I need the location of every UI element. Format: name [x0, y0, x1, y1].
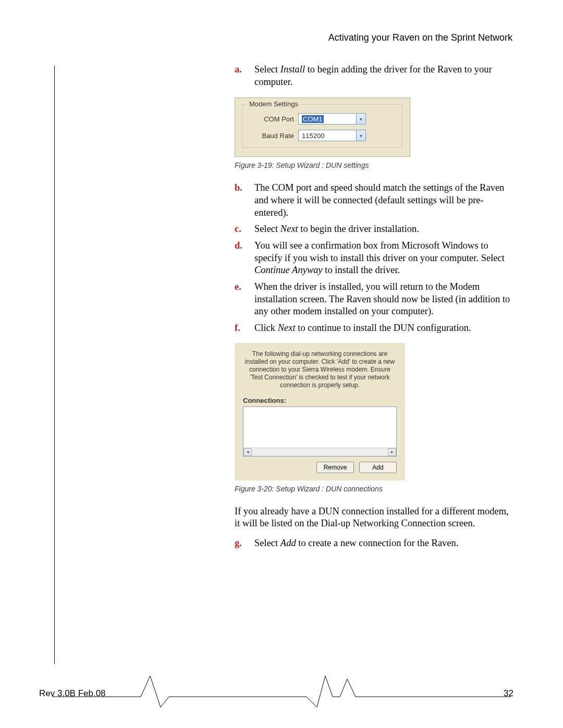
add-button[interactable]: Add — [359, 462, 397, 473]
com-port-select[interactable]: COM1 ▾ — [298, 113, 366, 125]
connections-list[interactable]: ◂ ▸ — [243, 406, 397, 456]
step-body: Click Next to continue to install the DU… — [254, 322, 515, 335]
emphasis: Next — [280, 224, 298, 234]
text: Select — [254, 538, 280, 548]
com-port-row: COM Port COM1 ▾ — [250, 113, 395, 125]
page-header: Activating your Raven on the Sprint Netw… — [328, 32, 512, 43]
connections-intro: The following dial-up networking connect… — [243, 350, 397, 389]
step-f: f. Click Next to continue to install the… — [235, 322, 515, 335]
step-c: c. Select Next to begin the driver insta… — [235, 223, 515, 236]
com-port-label: COM Port — [250, 115, 294, 123]
baud-rate-value: 115200 — [302, 132, 324, 140]
step-marker: d. — [235, 240, 254, 277]
step-a: a. Select Install to begin adding the dr… — [235, 64, 515, 88]
emphasis: Add — [280, 538, 296, 548]
page: Activating your Raven on the Sprint Netw… — [0, 0, 563, 728]
remove-button[interactable]: Remove — [316, 462, 354, 473]
baud-rate-label: Baud Rate — [250, 132, 294, 140]
main-content: a. Select Install to begin adding the dr… — [235, 64, 515, 554]
emphasis: Install — [280, 64, 305, 75]
step-marker: c. — [235, 223, 254, 236]
text: You will see a confirmation box from Mic… — [254, 240, 505, 263]
com-port-value: COM1 — [302, 115, 324, 123]
scroll-right-icon[interactable]: ▸ — [388, 448, 396, 456]
footer-decoration — [52, 673, 511, 708]
baud-rate-row: Baud Rate 115200 ▾ — [250, 130, 395, 141]
figure-dun-connections: The following dial-up networking connect… — [235, 343, 405, 480]
emphasis: Next — [278, 323, 296, 333]
step-body: When the driver is installed, you will r… — [254, 281, 515, 318]
step-g: g. Select Add to create a new connection… — [235, 537, 515, 550]
text: Select — [254, 224, 280, 234]
modem-settings-group: Modem Settings COM Port COM1 ▾ Baud Rate… — [242, 104, 402, 148]
step-marker: g. — [235, 537, 254, 550]
group-legend: Modem Settings — [247, 100, 300, 108]
text: to create a new connection for the Raven… — [296, 538, 459, 548]
step-body: Select Next to begin the driver installa… — [254, 223, 515, 236]
step-e: e. When the driver is installed, you wil… — [235, 281, 515, 318]
step-body: The COM port and speed should match the … — [254, 182, 515, 219]
step-marker: b. — [235, 182, 254, 219]
paragraph: If you already have a DUN connection ins… — [235, 505, 515, 530]
connections-label: Connections: — [243, 397, 397, 404]
step-b: b. The COM port and speed should match t… — [235, 182, 515, 219]
step-body: You will see a confirmation box from Mic… — [254, 240, 515, 277]
text: to begin the driver installation. — [298, 224, 419, 234]
figure-modem-settings: Modem Settings COM Port COM1 ▾ Baud Rate… — [235, 97, 410, 157]
chevron-down-icon: ▾ — [356, 130, 365, 141]
text: Select — [254, 64, 280, 75]
step-marker: a. — [235, 64, 254, 88]
margin-rule — [54, 66, 55, 664]
chevron-down-icon: ▾ — [356, 114, 365, 124]
step-body: Select Add to create a new connection fo… — [254, 537, 515, 550]
baud-rate-select[interactable]: 115200 ▾ — [298, 130, 366, 141]
figure-caption: Figure 3-20: Setup Wizard : DUN connecti… — [235, 485, 515, 493]
emphasis: Continue Anyway — [254, 265, 323, 275]
button-row: Remove Add — [243, 462, 397, 473]
step-d: d. You will see a confirmation box from … — [235, 240, 515, 277]
text: to install the driver. — [323, 265, 400, 275]
step-marker: e. — [235, 281, 254, 318]
text: Click — [254, 323, 278, 333]
text: to continue to install the DUN configu­r… — [296, 323, 471, 333]
step-body: Select Install to begin adding the drive… — [254, 64, 515, 88]
step-marker: f. — [235, 322, 254, 335]
figure-caption: Figure 3-19: Setup Wizard : DUN settings — [235, 161, 515, 169]
horizontal-scrollbar[interactable]: ◂ ▸ — [243, 448, 396, 456]
scroll-left-icon[interactable]: ◂ — [243, 448, 252, 456]
